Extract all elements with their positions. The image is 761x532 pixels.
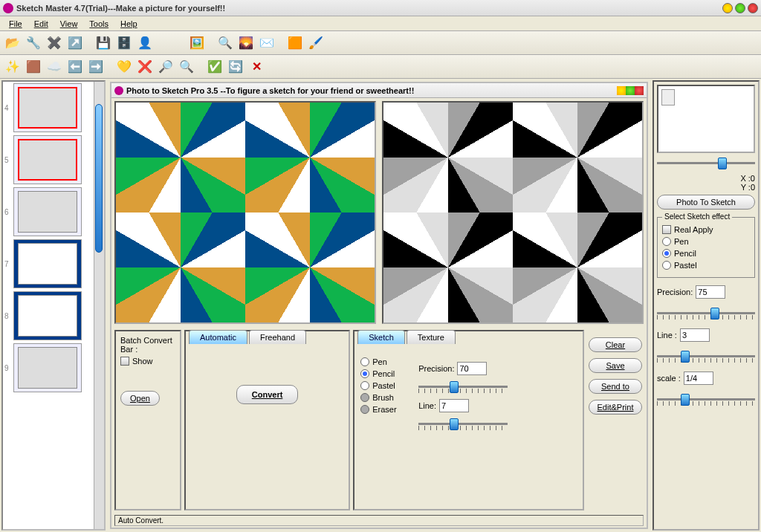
effect-pastel-radio[interactable]: [662, 261, 671, 270]
convert-button[interactable]: Convert: [236, 385, 299, 404]
precision-input[interactable]: [457, 362, 487, 375]
edit-print-button[interactable]: Edit&Print: [589, 400, 642, 415]
x-slider[interactable]: [657, 156, 755, 171]
app-title: Sketch Master 4.7(Trial)---Make a pictur…: [16, 4, 720, 13]
thumbnail-sidebar: 456789: [1, 80, 106, 531]
tool-icon[interactable]: 🔧: [24, 33, 43, 53]
line-input[interactable]: [439, 399, 469, 412]
right-line-input[interactable]: [680, 328, 710, 342]
batch-convert-box: Batch Convert Bar : Show Open: [114, 330, 181, 510]
save-all-icon[interactable]: 🗄️: [114, 33, 134, 53]
zoom-minus-icon[interactable]: 🔍: [177, 57, 196, 77]
wand-icon[interactable]: ✨: [3, 57, 22, 77]
menu-file[interactable]: File: [3, 18, 28, 30]
line-slider[interactable]: [418, 417, 508, 432]
palette-icon[interactable]: 🟧: [285, 33, 305, 53]
batch-label: Batch Convert Bar :: [120, 336, 175, 354]
thumbnail-5[interactable]: [13, 135, 82, 184]
right-line-slider[interactable]: [657, 349, 755, 364]
menubar: File Edit View Tools Help: [0, 16, 761, 31]
pencil-radio[interactable]: [360, 369, 369, 378]
tab-sketch[interactable]: Sketch: [357, 330, 405, 344]
subwin-title: Photo to Sketch Pro 3.5 --To figure a sk…: [126, 86, 617, 95]
subwin-minimize[interactable]: [617, 86, 626, 95]
remove-icon[interactable]: ❌: [135, 57, 155, 77]
sub-statusbar: Auto Convert.: [114, 515, 644, 526]
right-panel: X :0Y :0 Photo To Sketch Select Sketch e…: [652, 80, 760, 531]
zoom-plus-icon[interactable]: 🔎: [156, 57, 175, 77]
user-icon[interactable]: 👤: [135, 33, 155, 53]
heart-icon[interactable]: 💛: [114, 57, 134, 77]
thumbnail-9[interactable]: [13, 343, 82, 392]
close-button[interactable]: [748, 3, 758, 13]
menu-tools[interactable]: Tools: [83, 18, 114, 30]
pastel-radio[interactable]: [360, 381, 369, 390]
thumbnail-6[interactable]: [13, 187, 82, 236]
action-buttons: Clear Save Send to Edit&Print: [587, 330, 644, 510]
menu-help[interactable]: Help: [114, 18, 143, 30]
save-icon[interactable]: 💾: [94, 33, 113, 53]
precision-slider[interactable]: [418, 380, 508, 395]
export-icon[interactable]: ↗️: [65, 33, 85, 53]
effect-pencil-radio[interactable]: [662, 249, 671, 258]
image-icon[interactable]: 🖼️: [187, 33, 207, 53]
right-precision-input[interactable]: [696, 285, 725, 299]
real-apply-checkbox[interactable]: [662, 225, 671, 234]
subwin-close[interactable]: [635, 86, 644, 95]
pen-radio[interactable]: [360, 357, 369, 366]
subwin-icon: [114, 86, 123, 95]
tab-freehand[interactable]: Freehand: [249, 330, 306, 344]
mini-preview: [657, 85, 755, 153]
cancel-icon[interactable]: ✕: [247, 57, 266, 77]
cloud-icon[interactable]: ☁️: [45, 57, 64, 77]
sketch-effect-group: Select Sketch effect Real Apply Pen Penc…: [657, 217, 755, 278]
main-titlebar: Sketch Master 4.7(Trial)---Make a pictur…: [0, 0, 761, 16]
tab-automatic[interactable]: Automatic: [189, 330, 247, 344]
delete-icon[interactable]: ✖️: [45, 33, 64, 53]
prev-icon[interactable]: ⬅️: [65, 57, 85, 77]
brush-radio[interactable]: [360, 393, 369, 402]
zoom-in-icon[interactable]: 🔍: [216, 33, 235, 53]
subwin-maximize[interactable]: [626, 86, 635, 95]
next-icon[interactable]: ➡️: [86, 57, 106, 77]
toolbar-2: ✨ 🟫 ☁️ ⬅️ ➡️ 💛 ❌ 🔎 🔍 ✅ 🔄 ✕: [0, 55, 761, 79]
effect-pen-radio[interactable]: [662, 237, 671, 246]
source-preview: [114, 101, 376, 324]
clear-button[interactable]: Clear: [589, 337, 642, 352]
apply-icon[interactable]: ✅: [205, 57, 224, 77]
tool-tab-panel: Sketch Texture Pen Pencil Pastel Brush E…: [353, 330, 584, 510]
menu-view[interactable]: View: [54, 18, 84, 30]
sketch-subwindow: Photo to Sketch Pro 3.5 --To figure a sk…: [110, 82, 648, 529]
open-folder-icon[interactable]: 📂: [3, 33, 22, 53]
menu-edit[interactable]: Edit: [28, 18, 54, 30]
maximize-button[interactable]: [735, 3, 745, 13]
app-icon: [3, 3, 13, 13]
thumbnail-7[interactable]: [13, 239, 82, 288]
sketch-preview: [382, 101, 644, 324]
thumbnail-8[interactable]: [13, 291, 82, 340]
tab-texture[interactable]: Texture: [407, 330, 456, 344]
eraser-radio[interactable]: [360, 405, 369, 414]
right-scale-input[interactable]: [684, 372, 713, 385]
save-button[interactable]: Save: [589, 358, 642, 373]
mail-icon[interactable]: ✉️: [257, 33, 276, 53]
photo-to-sketch-button[interactable]: Photo To Sketch: [657, 195, 755, 210]
toolbar-1: 📂 🔧 ✖️ ↗️ 💾 🗄️ 👤 🖼️ 🔍 🌄 ✉️ 🟧 🖌️: [0, 31, 761, 55]
thumbnail-4[interactable]: [13, 83, 82, 132]
right-scale-slider[interactable]: [657, 392, 755, 407]
show-checkbox[interactable]: [120, 357, 129, 366]
right-precision-slider[interactable]: [657, 306, 755, 321]
minimize-button[interactable]: [722, 3, 733, 13]
convert-tab-panel: Automatic Freehand Convert: [184, 330, 350, 510]
photo-icon[interactable]: 🌄: [236, 33, 256, 53]
refresh-icon[interactable]: 🔄: [226, 57, 245, 77]
brushes-icon[interactable]: 🖌️: [306, 33, 326, 53]
open-button[interactable]: Open: [120, 391, 160, 406]
send-to-button[interactable]: Send to: [589, 379, 642, 394]
sidebar-scrollbar[interactable]: [94, 82, 104, 529]
frame-icon[interactable]: 🟫: [24, 57, 43, 77]
